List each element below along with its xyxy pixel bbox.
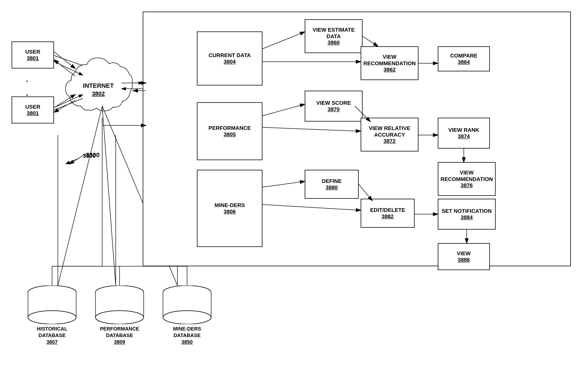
view-recommendation-2-label: VIEW RECOMMENDATION xyxy=(440,169,493,182)
view-recommendation-1-box: VIEW RECOMMENDATION 3862 xyxy=(361,46,418,80)
mine-ders-box: MINE-DERS 3806 xyxy=(197,170,263,247)
view-score-box: VIEW SCORE 3870 xyxy=(305,91,363,122)
mine-ders-db-shape xyxy=(162,285,212,324)
compare-box: COMPARE 3864 xyxy=(438,46,490,71)
view-recommendation-1-num: 3862 xyxy=(384,67,395,73)
internet-cloud: INTERNET 3802 xyxy=(64,52,133,118)
mine-ders-label: MINE-DERS xyxy=(214,202,245,209)
ref-3800-label: 3800 xyxy=(86,152,100,159)
current-data-box: CURRENT DATA 3804 xyxy=(197,31,263,85)
define-box: DEFINE 3880 xyxy=(305,170,359,199)
edit-delete-label: EDIT/DELETE xyxy=(370,207,405,213)
view-recommendation-2-num: 3876 xyxy=(461,182,473,188)
svg-point-45 xyxy=(163,311,211,324)
view-relative-accuracy-label: VIEW RELATIVE ACCURACY xyxy=(363,125,416,138)
user-bottom-num: 3801 xyxy=(27,110,39,116)
user-bottom-label: USER xyxy=(25,104,40,110)
view-score-num: 3870 xyxy=(328,106,340,112)
user-top-num: 3801 xyxy=(27,55,39,61)
view-rank-box: VIEW RANK 3874 xyxy=(438,118,490,149)
performance-db-label: PERFORMANCE DATABASE 3809 xyxy=(94,326,145,345)
compare-label: COMPARE xyxy=(450,52,477,59)
view-estimate-label: VIEW ESTIMATE DATA xyxy=(307,27,360,40)
historical-db-label: HISTORICAL DATABASE 3807 xyxy=(27,326,77,345)
historical-db: HISTORICAL DATABASE 3807 xyxy=(27,285,77,345)
diagram: USER 3801 ··· USER 3801 INTERNET 3802 38… xyxy=(0,0,588,377)
mine-ders-db-label: MINE-DERS DATABASE 3850 xyxy=(162,326,212,345)
user-top-box: USER 3801 xyxy=(12,41,54,69)
svg-line-8 xyxy=(58,106,102,285)
view-relative-accuracy-num: 3872 xyxy=(384,138,395,144)
compare-num: 3864 xyxy=(458,59,470,65)
view-relative-accuracy-box: VIEW RELATIVE ACCURACY 3872 xyxy=(361,118,418,152)
set-notification-num: 3884 xyxy=(461,214,473,221)
user-bottom-box: USER 3801 xyxy=(12,96,54,123)
svg-text:3802: 3802 xyxy=(92,90,105,97)
edit-delete-num: 3882 xyxy=(382,213,394,220)
performance-label: PERFORMANCE xyxy=(208,125,251,131)
current-data-label: CURRENT DATA xyxy=(209,52,251,59)
current-data-num: 3804 xyxy=(224,59,236,65)
historical-db-shape xyxy=(27,285,77,324)
ref-label-3800 xyxy=(62,156,85,169)
mine-ders-db: MINE-DERS DATABASE 3850 xyxy=(162,285,212,345)
view-estimate-box: VIEW ESTIMATE DATA 3860 xyxy=(305,19,363,53)
user-top-label: USER xyxy=(25,49,40,55)
view-recommendation-2-box: VIEW RECOMMENDATION 3876 xyxy=(438,162,496,196)
set-notification-box: SET NOTIFICATION 3884 xyxy=(438,199,496,230)
performance-num: 3805 xyxy=(224,131,236,138)
svg-line-30 xyxy=(66,158,79,164)
view-estimate-num: 3860 xyxy=(328,40,340,46)
view-recommendation-1-label: VIEW RECOMMENDATION xyxy=(363,54,416,67)
view-box: VIEW 3886 xyxy=(438,243,490,270)
view-rank-num: 3874 xyxy=(458,133,470,140)
define-label: DEFINE xyxy=(322,178,342,184)
svg-text:INTERNET: INTERNET xyxy=(83,82,114,89)
svg-point-35 xyxy=(28,311,76,324)
set-notification-label: SET NOTIFICATION xyxy=(442,208,492,214)
view-num: 3886 xyxy=(458,257,470,263)
view-label: VIEW xyxy=(457,250,471,257)
view-rank-label: VIEW RANK xyxy=(448,127,479,133)
svg-line-9 xyxy=(102,106,116,285)
mine-ders-num: 3806 xyxy=(224,209,236,215)
performance-db: PERFORMANCE DATABASE 3809 xyxy=(94,285,145,345)
edit-delete-box: EDIT/DELETE 3882 xyxy=(361,199,415,228)
define-num: 3880 xyxy=(326,184,338,191)
view-score-label: VIEW SCORE xyxy=(316,100,351,106)
performance-box: PERFORMANCE 3805 xyxy=(197,102,263,160)
cloud-svg: INTERNET 3802 xyxy=(64,52,133,118)
svg-point-40 xyxy=(95,311,144,324)
performance-db-shape xyxy=(94,285,145,324)
